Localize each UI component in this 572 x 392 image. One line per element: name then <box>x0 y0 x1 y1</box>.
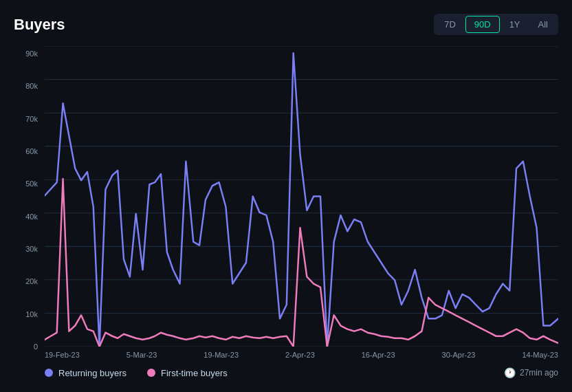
y-label-40k: 40k <box>25 213 38 221</box>
x-label-16apr: 16-Apr-23 <box>362 351 395 359</box>
chart-title: Buyers <box>14 16 65 34</box>
chart-svg <box>45 46 558 347</box>
y-label-0: 0 <box>34 342 38 351</box>
filter-all[interactable]: All <box>530 16 556 33</box>
chart-wrapper: 19-Feb-23 5-Mar-23 19-Mar-23 2-Apr-23 16… <box>45 46 558 378</box>
y-label-30k: 30k <box>25 245 38 253</box>
legend-returning: Returning buyers <box>45 368 126 378</box>
first-time-dot <box>147 369 155 377</box>
y-label-90k: 90k <box>25 50 38 58</box>
returning-label: Returning buyers <box>58 368 126 378</box>
y-axis: 90k 80k 70k 60k 50k 40k 30k 20k 10k 0 <box>14 46 45 378</box>
legend: Returning buyers First-time buyers 🕐 27m… <box>45 367 558 378</box>
first-time-label: First-time buyers <box>161 368 228 378</box>
x-label-5mar: 5-Mar-23 <box>126 351 157 359</box>
legend-first-time: First-time buyers <box>147 368 228 378</box>
chart-header: Buyers 7D 90D 1Y All <box>14 14 558 35</box>
filter-90d[interactable]: 90D <box>465 16 500 33</box>
x-label-19mar: 19-Mar-23 <box>204 351 239 359</box>
time-filter-group: 7D 90D 1Y All <box>434 14 558 35</box>
y-label-70k: 70k <box>25 115 38 123</box>
y-label-50k: 50k <box>25 179 38 188</box>
y-label-80k: 80k <box>25 82 38 90</box>
x-label-2apr: 2-Apr-23 <box>285 351 315 359</box>
x-label-14may: 14-May-23 <box>522 351 558 359</box>
last-updated-text: 27min ago <box>520 368 558 378</box>
filter-7d[interactable]: 7D <box>436 16 464 33</box>
y-label-10k: 10k <box>25 310 38 318</box>
x-label-30apr: 30-Apr-23 <box>442 351 476 359</box>
returning-dot <box>45 369 53 377</box>
y-label-20k: 20k <box>25 277 38 285</box>
y-label-60k: 60k <box>25 147 38 155</box>
chart-area: 90k 80k 70k 60k 50k 40k 30k 20k 10k 0 <box>14 46 558 378</box>
x-axis: 19-Feb-23 5-Mar-23 19-Mar-23 2-Apr-23 16… <box>45 347 558 359</box>
last-updated: 🕐 27min ago <box>504 367 558 378</box>
main-container: Buyers 7D 90D 1Y All 90k 80k 70k 60k 50k… <box>0 0 572 392</box>
chart-svg-container <box>45 46 558 347</box>
filter-1y[interactable]: 1Y <box>501 16 529 33</box>
returning-buyers-line <box>45 53 558 347</box>
clock-icon: 🕐 <box>504 367 516 378</box>
x-label-19feb: 19-Feb-23 <box>45 351 80 359</box>
first-time-buyers-line <box>45 179 558 347</box>
